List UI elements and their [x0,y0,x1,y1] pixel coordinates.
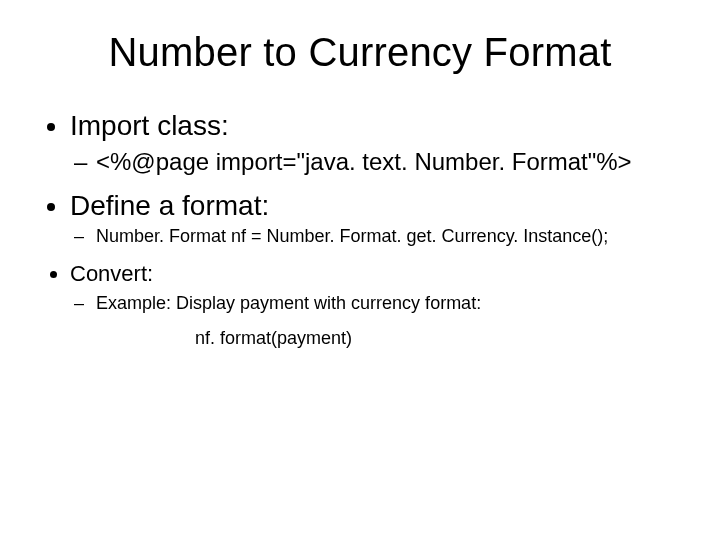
bullet-import-class: Import class: <%@page import="java. text… [70,110,680,176]
slide: Number to Currency Format Import class: … [0,0,720,540]
bullet-label: Import class: [70,110,229,141]
bullet-define-format: Define a format: [70,190,680,222]
sub-bullet-convert-example: Example: Display payment with currency f… [96,293,680,314]
bullet-list-small: Number. Format nf = Number. Format. get.… [40,226,680,349]
sub-bullet-convert-code: nf. format(payment) [70,328,680,349]
sub-wrapper: Number. Format nf = Number. Format. get.… [70,226,680,247]
bullet-label: Convert: [70,261,153,286]
sub-list: Example: Display payment with currency f… [70,293,680,314]
sub-bullet-import-code: <%@page import="java. text. Number. Form… [96,148,680,176]
slide-title: Number to Currency Format [40,30,680,75]
bullet-label: Define a format: [70,190,269,221]
bullet-list: Import class: <%@page import="java. text… [40,110,680,222]
sub-list: <%@page import="java. text. Number. Form… [70,148,680,176]
sub-bullet-define-code: Number. Format nf = Number. Format. get.… [96,226,680,247]
small-section: Number. Format nf = Number. Format. get.… [40,226,680,349]
sub-list: Number. Format nf = Number. Format. get.… [70,226,680,247]
bullet-convert: Convert: Example: Display payment with c… [70,261,680,349]
